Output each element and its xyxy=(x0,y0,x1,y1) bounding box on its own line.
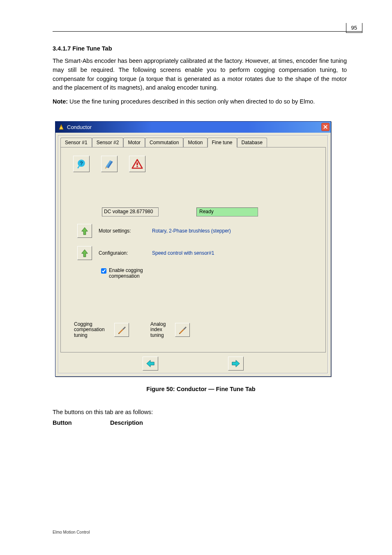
enable-cogging-checkbox[interactable] xyxy=(101,268,106,274)
back-arrow-icon xyxy=(145,359,156,368)
configuration-jump-button[interactable] xyxy=(77,246,92,260)
motor-settings-label: Motor settings: xyxy=(99,228,152,234)
enable-cogging-label: Enable cogging compensation xyxy=(109,267,150,279)
tab-sensor1[interactable]: Sensor #1 xyxy=(60,138,92,147)
pencils-button[interactable] xyxy=(101,156,118,172)
cogging-tuning-button[interactable] xyxy=(114,323,129,337)
button-desc: The buttons on this tab are as follows: xyxy=(53,408,347,417)
tab-motor[interactable]: Motor xyxy=(123,138,145,147)
dc-voltage-readout: DC voltage 28.677980 xyxy=(102,207,159,216)
pencils-icon xyxy=(104,158,115,170)
tab-motion[interactable]: Motion xyxy=(183,138,207,147)
up-arrow-icon xyxy=(80,249,89,258)
conductor-window: Conductor Sensor #1 Sensor #2 Motor Comm… xyxy=(55,121,331,377)
screwdriver-icon xyxy=(178,325,187,335)
up-arrow-icon xyxy=(80,226,89,235)
analog-tuning-label: Analog index tuning xyxy=(150,322,171,338)
tabs-row: Sensor #1 Sensor #2 Motor Commutation Mo… xyxy=(60,138,326,147)
note-paragraph: Note: Use the fine tuning procedures des… xyxy=(53,97,347,106)
table-header-description: Description xyxy=(110,419,143,426)
warning-button[interactable] xyxy=(129,156,145,172)
tab-fine-tune[interactable]: Fine tune xyxy=(208,138,237,147)
status-badge: Ready xyxy=(196,207,258,216)
intro-paragraph: The Smart-Abs encoder has been appropria… xyxy=(53,57,347,92)
svg-point-0 xyxy=(61,126,62,127)
figure-caption: Figure 50: Conductor — Fine Tune Tab xyxy=(55,386,347,392)
close-icon[interactable] xyxy=(321,123,330,131)
window-titlebar: Conductor xyxy=(55,122,331,133)
svg-point-6 xyxy=(179,333,180,334)
screwdriver-icon xyxy=(117,325,127,335)
configuration-label: Configuraion: xyxy=(99,250,152,256)
svg-rect-4 xyxy=(136,166,138,167)
next-arrow-icon xyxy=(231,359,241,368)
motor-settings-jump-button[interactable] xyxy=(77,224,92,238)
svg-rect-3 xyxy=(136,162,138,165)
note-text: Use the fine tuning procedures described… xyxy=(68,98,315,105)
next-button[interactable] xyxy=(228,357,244,371)
help-button[interactable]: ? xyxy=(73,156,90,172)
help-icon: ? xyxy=(76,158,87,170)
footer-company: Elmo Motion Control xyxy=(53,530,90,534)
tab-panel: ? DC voltage 28.677980 Ready xyxy=(60,147,326,352)
cogging-tuning-label: Cogging compensation tuning xyxy=(74,322,110,338)
note-prefix: Note: xyxy=(53,98,68,105)
header-rule xyxy=(53,31,362,32)
back-button[interactable] xyxy=(143,357,158,371)
tab-commutation[interactable]: Commutation xyxy=(145,138,183,147)
motor-settings-value: Rotary, 2-Phase brushless (stepper) xyxy=(152,228,231,234)
table-header-button: Button xyxy=(53,419,94,426)
configuration-value: Speed control with sensor#1 xyxy=(152,250,214,256)
tab-database[interactable]: Database xyxy=(237,138,267,147)
analog-tuning-button[interactable] xyxy=(175,323,190,337)
window-title: Conductor xyxy=(67,124,321,130)
svg-text:?: ? xyxy=(80,160,83,166)
warning-icon xyxy=(131,158,143,170)
svg-point-5 xyxy=(118,333,119,334)
title-icon xyxy=(58,124,65,130)
tab-sensor2[interactable]: Sensor #2 xyxy=(92,138,124,147)
section-title: 3.4.1.7 Fine Tune Tab xyxy=(53,45,347,52)
